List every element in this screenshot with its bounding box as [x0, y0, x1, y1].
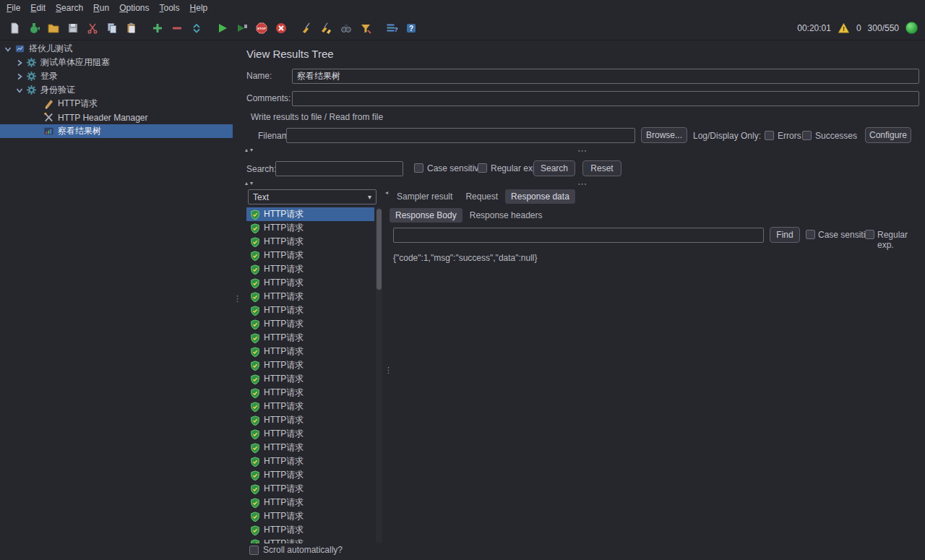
menu-item[interactable]: Search [51, 1, 88, 14]
start-no-timers-icon[interactable] [232, 18, 251, 38]
chevron-right-icon[interactable] [14, 59, 25, 66]
chevron-down-icon[interactable] [3, 46, 13, 53]
result-tree-item[interactable]: HTTP请求 [246, 331, 374, 345]
find-input[interactable] [393, 228, 764, 243]
filename-input[interactable] [286, 128, 635, 143]
result-tree-item[interactable]: HTTP请求 [246, 482, 374, 496]
tree-node-thread-group-3[interactable]: 身份验证 [0, 83, 233, 97]
result-tree-item[interactable]: HTTP请求 [246, 468, 374, 482]
menu-item[interactable]: File [1, 1, 25, 14]
save-icon[interactable] [63, 18, 82, 38]
open-icon[interactable] [43, 18, 63, 38]
tree-node-http-header-manager[interactable]: HTTP Header Manager [0, 111, 233, 124]
result-tree-item[interactable]: HTTP请求 [246, 262, 374, 276]
tree-main-splitter[interactable]: ⋮ [233, 40, 239, 560]
cut-icon[interactable] [82, 18, 102, 38]
expand-all-icon[interactable] [147, 18, 167, 38]
find-button[interactable]: Find [770, 227, 800, 243]
chevron-down-icon[interactable] [14, 87, 25, 94]
thread-counts[interactable]: 300/550 [868, 23, 899, 33]
result-tree-item[interactable]: HTTP请求 [246, 207, 374, 221]
tree-node-view-results-tree[interactable]: 察看结果树 [0, 124, 233, 138]
tree-node-thread-group-1[interactable]: 测试单体应用阻塞 [0, 56, 233, 69]
menu-item[interactable]: Tools [155, 1, 185, 14]
result-tree-item[interactable]: HTTP请求 [246, 276, 374, 290]
result-tree-item[interactable]: HTTP请求 [246, 441, 374, 455]
search-case-sensitive-checkbox[interactable] [414, 163, 423, 173]
result-tree-item[interactable]: HTTP请求 [246, 413, 374, 427]
shutdown-icon[interactable] [271, 18, 291, 38]
tab-sampler-result[interactable]: Sampler result [391, 189, 458, 204]
horizontal-splitter-1[interactable]: ▴▾ ⋯ [239, 147, 925, 155]
menu-item[interactable]: Options [114, 1, 154, 14]
tab-response-data[interactable]: Response data [505, 189, 575, 204]
result-tree-item[interactable]: HTTP请求 [246, 345, 374, 358]
result-tree-item[interactable]: HTTP请求 [246, 372, 374, 386]
comments-input[interactable] [292, 91, 919, 106]
result-tree-item[interactable]: HTTP请求 [246, 509, 374, 523]
tab-response-headers[interactable]: Response headers [464, 208, 548, 223]
tab-request[interactable]: Request [460, 189, 504, 204]
search-reset-icon[interactable] [356, 18, 375, 38]
splitter-grip-icon[interactable]: ⋮ [384, 366, 392, 375]
result-tree-item[interactable]: HTTP请求 [246, 303, 374, 317]
result-tree-item[interactable]: HTTP请求 [246, 523, 374, 537]
help-icon[interactable]: ? [401, 18, 421, 38]
search-icon[interactable] [336, 18, 356, 38]
result-tree-item[interactable]: HTTP请求 [246, 235, 374, 249]
warning-icon[interactable]: ! [838, 22, 850, 34]
browse-button[interactable]: Browse... [641, 127, 687, 143]
results-scrollbar-thumb[interactable] [377, 209, 382, 290]
search-button[interactable]: Search [533, 160, 575, 176]
reset-button[interactable]: Reset [582, 160, 621, 176]
function-helper-icon[interactable]: ? [382, 18, 401, 38]
chevron-right-icon[interactable] [14, 73, 25, 80]
find-regex-checkbox[interactable] [865, 230, 874, 239]
result-tree-item[interactable]: HTTP请求 [246, 317, 374, 331]
configure-button[interactable]: Configure [865, 127, 911, 143]
result-tree-item[interactable]: HTTP请求 [246, 249, 374, 262]
paste-icon[interactable] [121, 18, 141, 38]
tree-node-http-request[interactable]: HTTP请求 [0, 97, 233, 111]
splitter-collapse-icons[interactable]: ▴▾ [245, 147, 255, 153]
scroll-automatically-checkbox[interactable] [249, 546, 259, 555]
toggle-icon[interactable] [186, 18, 206, 38]
result-tree-item[interactable]: HTTP请求 [246, 455, 374, 468]
errors-checkbox[interactable] [765, 131, 774, 140]
name-input[interactable] [292, 69, 919, 84]
splitter-grip-icon[interactable]: ⋯ [577, 148, 587, 154]
tab-response-body[interactable]: Response Body [390, 208, 462, 223]
start-icon[interactable] [212, 18, 232, 38]
result-tree-item[interactable]: HTTP请求 [246, 358, 374, 372]
clear-icon[interactable] [297, 18, 317, 38]
menu-item[interactable]: Help [185, 1, 213, 14]
result-tree-item[interactable]: HTTP请求 [246, 221, 374, 235]
copy-icon[interactable] [102, 18, 121, 38]
menu-item[interactable]: Edit [25, 1, 51, 14]
search-regex-checkbox[interactable] [478, 163, 487, 173]
search-input[interactable] [275, 161, 403, 176]
successes-checkbox[interactable] [802, 131, 812, 140]
result-tree-item[interactable]: HTTP请求 [246, 400, 374, 413]
clear-all-icon[interactable] [317, 18, 336, 38]
stop-icon[interactable]: STOP [251, 18, 271, 38]
tree-node-test-plan[interactable]: 搭伙儿测试 [0, 42, 233, 56]
find-case-sensitive-checkbox[interactable] [806, 230, 815, 239]
tree-node-thread-group-2[interactable]: 登录 [0, 69, 233, 83]
collapse-all-icon[interactable] [167, 18, 186, 38]
results-scrollbar[interactable] [376, 207, 382, 543]
result-tree-item[interactable]: HTTP请求 [246, 386, 374, 400]
result-tree-item[interactable]: HTTP请求 [246, 496, 374, 509]
results-view-selector[interactable]: Text ▾ [248, 189, 377, 204]
splitter-collapse-left-icon[interactable]: ◂ [385, 189, 388, 196]
splitter-grip-icon[interactable]: ⋯ [577, 181, 587, 187]
horizontal-splitter-2[interactable]: ▴▾ ⋯ [239, 180, 925, 189]
new-icon[interactable] [4, 18, 24, 38]
result-item-label: HTTP请求 [264, 222, 304, 234]
templates-icon[interactable] [24, 18, 43, 38]
menu-item[interactable]: Run [88, 1, 114, 14]
result-tree-item[interactable]: HTTP请求 [246, 427, 374, 441]
result-tree-item[interactable]: HTTP请求 [246, 537, 374, 543]
result-tree-item[interactable]: HTTP请求 [246, 290, 374, 303]
splitter-collapse-icons[interactable]: ▴▾ [245, 180, 255, 186]
